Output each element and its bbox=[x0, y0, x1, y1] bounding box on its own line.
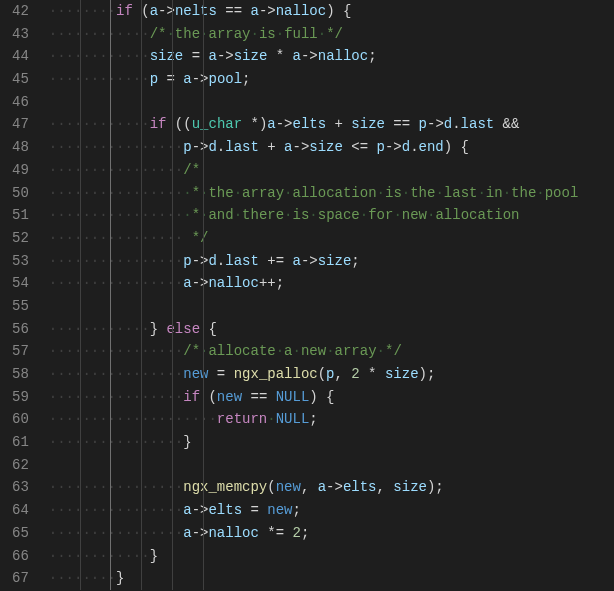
code-line[interactable]: ········if (a->nelts == a->nalloc) { bbox=[49, 0, 614, 23]
indent-guide bbox=[203, 0, 204, 23]
code-token: ++; bbox=[259, 275, 284, 291]
indent-guide bbox=[80, 340, 81, 363]
code-line[interactable]: ·················*·the·array·allocation·… bbox=[49, 182, 614, 205]
code-token: nalloc bbox=[208, 275, 258, 291]
code-line[interactable] bbox=[49, 295, 614, 318]
indent-guide bbox=[172, 45, 173, 68]
code-token: p bbox=[150, 71, 158, 87]
code-token: -> bbox=[301, 253, 318, 269]
code-token: = bbox=[183, 48, 208, 64]
code-token: * bbox=[360, 366, 385, 382]
code-line[interactable]: ············} bbox=[49, 545, 614, 568]
code-line[interactable]: ············p = a->pool; bbox=[49, 68, 614, 91]
line-number: 46 bbox=[12, 91, 29, 114]
code-token: -> bbox=[293, 139, 310, 155]
code-token: && bbox=[494, 116, 519, 132]
code-line[interactable] bbox=[49, 91, 614, 114]
code-line[interactable]: ················p->d.last += a->size; bbox=[49, 250, 614, 273]
code-token: -> bbox=[192, 71, 209, 87]
line-number: 42 bbox=[12, 0, 29, 23]
code-token: + bbox=[259, 139, 284, 155]
indent-whitespace: ············ bbox=[49, 548, 150, 564]
code-token: ngx_palloc bbox=[234, 366, 318, 382]
code-line[interactable]: ················p->d.last + a->size <= p… bbox=[49, 136, 614, 159]
indent-guide bbox=[110, 363, 111, 386]
indent-whitespace: ············ bbox=[49, 116, 150, 132]
code-line[interactable]: ············size = a->size * a->nalloc; bbox=[49, 45, 614, 68]
code-line[interactable]: ············if ((u_char *)a->elts + size… bbox=[49, 113, 614, 136]
code-token: a bbox=[251, 3, 259, 19]
indent-guide bbox=[172, 23, 173, 46]
code-line[interactable]: ········} bbox=[49, 567, 614, 590]
code-line[interactable]: ················/* bbox=[49, 159, 614, 182]
code-line[interactable]: ················/*·allocate·a·new·array·… bbox=[49, 340, 614, 363]
indent-guide bbox=[172, 204, 173, 227]
indent-guide bbox=[80, 136, 81, 159]
line-number: 49 bbox=[12, 159, 29, 182]
line-number: 55 bbox=[12, 295, 29, 318]
code-token: == bbox=[385, 116, 419, 132]
indent-guide bbox=[141, 204, 142, 227]
indent-guide bbox=[203, 91, 204, 114]
code-token: /*·allocate·a·new·array·*/ bbox=[183, 343, 402, 359]
indent-guide bbox=[172, 567, 173, 590]
code-line[interactable]: ············/*·the·array·is·full·*/ bbox=[49, 23, 614, 46]
indent-guide bbox=[110, 113, 111, 136]
indent-guide bbox=[141, 272, 142, 295]
indent-guide bbox=[110, 318, 111, 341]
indent-whitespace: ················ bbox=[49, 207, 183, 223]
indent-whitespace: ················ bbox=[49, 366, 183, 382]
code-token: -> bbox=[385, 139, 402, 155]
code-token: size bbox=[150, 48, 184, 64]
indent-guide bbox=[80, 318, 81, 341]
code-token: *= bbox=[259, 525, 293, 541]
indent-guide bbox=[80, 23, 81, 46]
indent-guide bbox=[141, 0, 142, 23]
line-number: 65 bbox=[12, 522, 29, 545]
code-token: a bbox=[150, 3, 158, 19]
indent-guide bbox=[203, 567, 204, 590]
code-line[interactable]: ················new = ngx_palloc(p, 2 * … bbox=[49, 363, 614, 386]
code-line[interactable]: ················if (new == NULL) { bbox=[49, 386, 614, 409]
indent-guide bbox=[80, 499, 81, 522]
code-token: size bbox=[309, 139, 343, 155]
code-token: * bbox=[267, 48, 292, 64]
code-line[interactable]: ·················*·and·there·is·space·fo… bbox=[49, 204, 614, 227]
code-line[interactable]: ················a->nalloc *= 2; bbox=[49, 522, 614, 545]
indent-whitespace: ················ bbox=[49, 343, 183, 359]
code-token: u_char bbox=[192, 116, 242, 132]
code-line[interactable]: ····················return·NULL; bbox=[49, 408, 614, 431]
code-token: ·*·and·there·is·space·for·new·allocation bbox=[183, 207, 519, 223]
indent-guide bbox=[110, 454, 111, 477]
line-number: 51 bbox=[12, 204, 29, 227]
code-line[interactable]: ············} else { bbox=[49, 318, 614, 341]
code-token: ) { bbox=[444, 139, 469, 155]
line-number: 66 bbox=[12, 545, 29, 568]
code-line[interactable] bbox=[49, 454, 614, 477]
code-editor[interactable]: 4243444546474849505152535455565758596061… bbox=[0, 0, 614, 591]
code-token: } bbox=[116, 570, 124, 586]
code-token: 2 bbox=[351, 366, 359, 382]
indent-guide bbox=[141, 499, 142, 522]
code-token: , bbox=[301, 479, 318, 495]
code-token: } bbox=[150, 321, 167, 337]
code-token: *) bbox=[242, 116, 267, 132]
code-line[interactable]: ················a->elts = new; bbox=[49, 499, 614, 522]
indent-guide bbox=[80, 476, 81, 499]
indent-guide bbox=[80, 227, 81, 250]
line-number: 58 bbox=[12, 363, 29, 386]
code-token: ; bbox=[242, 71, 250, 87]
code-line[interactable]: ················ngx_memcpy(new, a->elts,… bbox=[49, 476, 614, 499]
indent-guide bbox=[80, 0, 81, 23]
indent-guide bbox=[110, 136, 111, 159]
code-line[interactable]: ················ */ bbox=[49, 227, 614, 250]
code-token: /*·the·array·is·full·*/ bbox=[150, 26, 343, 42]
code-token: elts bbox=[343, 479, 377, 495]
code-token: size bbox=[393, 479, 427, 495]
code-area[interactable]: ········if (a->nelts == a->nalloc) {····… bbox=[49, 0, 614, 591]
code-line[interactable]: ················a->nalloc++; bbox=[49, 272, 614, 295]
indent-whitespace: ················ bbox=[49, 502, 183, 518]
code-token: -> bbox=[217, 48, 234, 64]
code-line[interactable]: ················} bbox=[49, 431, 614, 454]
code-token: if bbox=[150, 116, 167, 132]
